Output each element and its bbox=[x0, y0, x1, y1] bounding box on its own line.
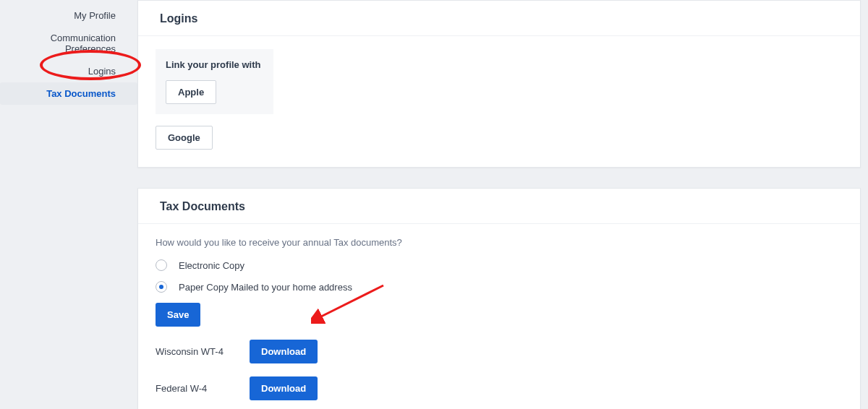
radio-electronic-label: Electronic Copy bbox=[179, 260, 244, 271]
link-profile-box: Link your profile with Apple bbox=[156, 49, 273, 114]
download-button-wisconsin[interactable]: Download bbox=[250, 340, 318, 363]
main-content: Logins Link your profile with Apple Goog… bbox=[137, 0, 868, 409]
tax-documents-panel: Tax Documents How would you like to rece… bbox=[137, 188, 861, 409]
doc-label-federal: Federal W-4 bbox=[156, 383, 250, 394]
download-button-federal[interactable]: Download bbox=[250, 376, 318, 400]
doc-row-federal: Federal W-4 Download bbox=[156, 376, 843, 400]
radio-paper-label: Paper Copy Mailed to your home address bbox=[179, 282, 352, 293]
logins-title: Logins bbox=[160, 12, 843, 25]
tax-question: How would you like to receive your annua… bbox=[156, 237, 843, 248]
save-button[interactable]: Save bbox=[156, 303, 200, 327]
sidebar-item-communication-preferences[interactable]: Communication Preferences bbox=[0, 27, 137, 60]
radio-paper-row[interactable]: Paper Copy Mailed to your home address bbox=[156, 281, 843, 293]
sidebar: My Profile Communication Preferences Log… bbox=[0, 0, 137, 409]
tax-title: Tax Documents bbox=[160, 200, 843, 213]
logins-panel-header: Logins bbox=[138, 1, 860, 36]
radio-paper[interactable] bbox=[156, 281, 167, 293]
link-apple-button[interactable]: Apple bbox=[166, 80, 216, 104]
logins-panel: Logins Link your profile with Apple Goog… bbox=[137, 0, 861, 168]
doc-label-wisconsin: Wisconsin WT-4 bbox=[156, 346, 250, 357]
sidebar-item-tax-documents[interactable]: Tax Documents bbox=[0, 82, 137, 105]
doc-row-wisconsin: Wisconsin WT-4 Download bbox=[156, 340, 843, 363]
radio-electronic-row[interactable]: Electronic Copy bbox=[156, 259, 843, 271]
tax-panel-header: Tax Documents bbox=[138, 189, 860, 224]
link-google-button[interactable]: Google bbox=[156, 126, 213, 150]
radio-electronic[interactable] bbox=[156, 259, 167, 271]
sidebar-item-logins[interactable]: Logins bbox=[0, 60, 137, 82]
link-profile-title: Link your profile with bbox=[166, 59, 260, 70]
sidebar-item-my-profile[interactable]: My Profile bbox=[0, 4, 137, 27]
